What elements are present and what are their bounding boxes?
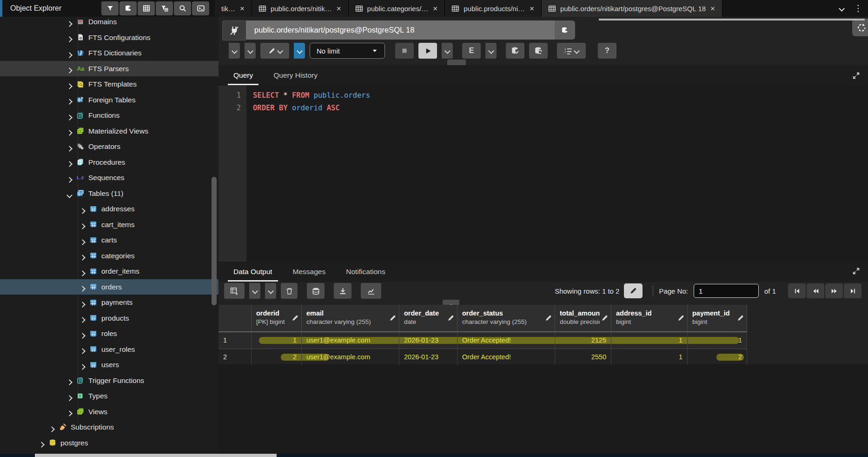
terminal-button[interactable] (192, 1, 209, 15)
column-header-address_id[interactable]: address_idbigint (611, 305, 688, 331)
cell-total_amount[interactable]: 2125 (555, 332, 611, 349)
close-icon[interactable]: × (239, 5, 245, 13)
cell-order_status[interactable]: Order Accepted! (457, 349, 555, 365)
cell-orderid[interactable]: 2 (252, 349, 302, 365)
cancel-query-button[interactable] (395, 43, 414, 59)
close-icon[interactable]: × (529, 5, 535, 13)
tree-item-tables-11-[interactable]: Tables (11) (0, 186, 219, 202)
help-button[interactable]: ? (598, 43, 616, 59)
chevron-right-icon[interactable] (67, 128, 72, 137)
sql-editor[interactable]: 1SELECT * FROM public.orders2ORDER BY or… (219, 86, 868, 262)
browser-tab-1[interactable]: public.orders/nitik…× (252, 0, 349, 17)
chevron-right-icon[interactable] (67, 20, 72, 28)
chevron-right-icon[interactable] (67, 51, 72, 59)
chevron-right-icon[interactable] (80, 331, 85, 340)
close-icon[interactable]: × (432, 5, 438, 13)
save-results-to-file-button[interactable] (334, 283, 351, 299)
tree-item-subscriptions[interactable]: Subscriptions (0, 419, 219, 435)
tab-query-history[interactable]: Query History (268, 65, 323, 86)
edit-options-button[interactable] (260, 43, 289, 59)
table-row-2[interactable]: 22user1@example.com2026-01-23Order Accep… (219, 349, 747, 366)
cell-order_date[interactable]: 2026-01-23 (399, 349, 457, 365)
chevron-right-icon[interactable] (80, 300, 85, 309)
explain-button[interactable]: E (462, 43, 481, 59)
cell-order_date[interactable]: 2026-01-23 (399, 332, 457, 349)
last-page-button[interactable] (844, 283, 861, 298)
chevron-right-icon[interactable] (80, 347, 85, 355)
browser-tab-4[interactable]: public.orders/nitikart/postgres@PostgreS… (542, 0, 722, 17)
column-header-order_date[interactable]: order_datedate (399, 305, 457, 331)
chevron-right-icon[interactable] (67, 113, 72, 121)
chevron-right-icon[interactable] (80, 269, 85, 277)
tree-item-fts-configurations[interactable]: FTS Configurations (0, 30, 219, 46)
cell-order_status[interactable]: Order Accepted! (457, 332, 555, 349)
cell-payment_id[interactable]: 2 (688, 349, 747, 365)
query-panel-expand-button[interactable] (850, 70, 861, 81)
browser-tab-0[interactable]: tik…× (215, 0, 252, 17)
tree-item-operators[interactable]: Operators (0, 139, 219, 155)
open-file-options-button[interactable] (229, 43, 240, 59)
tree-item-carts[interactable]: carts (0, 232, 219, 248)
add-row-button[interactable] (224, 283, 245, 299)
tree-item-order-items[interactable]: order_items (0, 263, 219, 279)
browser-tab-2[interactable]: public.categories/…× (349, 0, 445, 17)
sidebar-scrollbar-thumb[interactable] (212, 177, 217, 305)
tree-item-types[interactable]: TTypes (0, 388, 219, 404)
tab-data-output[interactable]: Data Output (228, 262, 278, 282)
grid-button[interactable] (138, 1, 155, 15)
tree-item-users[interactable]: users (0, 357, 219, 373)
column-header-email[interactable]: emailcharacter varying (255) (302, 305, 399, 331)
tree-item-payments[interactable]: payments (0, 295, 219, 310)
tree-item-sequences[interactable]: 1..3Sequences (0, 170, 219, 186)
prev-page-button[interactable] (807, 283, 824, 298)
pencil-icon[interactable] (736, 314, 744, 322)
tree-item-cart-items[interactable]: cart_items (0, 217, 219, 233)
db-sync-button[interactable] (119, 1, 137, 15)
column-header-payment_id[interactable]: payment_idbigint (688, 305, 747, 331)
chevron-right-icon[interactable] (80, 316, 85, 324)
chevron-right-icon[interactable] (67, 35, 72, 43)
tab-list-chevron-button[interactable] (835, 3, 848, 14)
browser-tab-3[interactable]: public.products/ni…× (445, 0, 542, 17)
graph-visualiser-button[interactable] (361, 283, 381, 299)
tree-item-user-roles[interactable]: user_roles (0, 342, 219, 357)
paste-options-button[interactable] (265, 283, 276, 299)
chevron-right-icon[interactable] (80, 222, 85, 230)
commit-button[interactable] (506, 43, 524, 59)
chevron-right-icon[interactable] (80, 363, 85, 371)
grid-corner-cell[interactable] (219, 305, 252, 331)
results-panel-expand-button[interactable] (850, 265, 861, 276)
table-row-1[interactable]: 11user1@example.com2026-01-23Order Accep… (219, 332, 747, 349)
cell-address_id[interactable]: 1 (611, 332, 688, 349)
chevron-right-icon[interactable] (40, 440, 44, 449)
tree-item-roles[interactable]: roles (0, 326, 219, 342)
tree-item-fts-dictionaries[interactable]: FTS Dictionaries (0, 45, 219, 61)
execute-options-chevron-button[interactable] (442, 43, 453, 59)
tree-item-products[interactable]: products (0, 310, 219, 326)
column-header-orderid[interactable]: orderid[PK] bigint (252, 305, 302, 331)
chevron-right-icon[interactable] (80, 238, 85, 246)
tree-item-orders[interactable]: orders (0, 279, 219, 295)
column-header-order_status[interactable]: order_statuscharacter varying (255) (457, 305, 555, 331)
lock-layout-button[interactable] (852, 19, 868, 36)
row-number-cell[interactable]: 1 (219, 332, 252, 349)
chevron-right-icon[interactable] (80, 284, 85, 293)
tab-query[interactable]: Query (228, 65, 258, 86)
cell-total_amount[interactable]: 2550 (555, 349, 611, 365)
close-icon[interactable]: × (336, 5, 342, 13)
tree-item-materialized-views[interactable]: Materialized Views (0, 123, 219, 139)
tab-bar-scrollbar[interactable] (599, 19, 865, 20)
tree-item-fts-parsers[interactable]: AaFTS Parsers (0, 61, 219, 77)
chevron-right-icon[interactable] (67, 160, 72, 168)
rollback-button[interactable] (529, 43, 548, 59)
tab-messages[interactable]: Messages (287, 262, 331, 282)
cell-orderid[interactable]: 1 (252, 332, 302, 349)
cell-address_id[interactable]: 1 (611, 349, 688, 365)
connection-status-button[interactable] (222, 20, 246, 40)
pencil-icon[interactable] (544, 314, 552, 322)
tree-item-views[interactable]: Views (0, 404, 219, 420)
chevron-right-icon[interactable] (80, 207, 85, 215)
macros-button[interactable]: 12 (557, 43, 586, 59)
execute-button[interactable] (418, 43, 437, 59)
cell-payment_id[interactable]: 1 (688, 332, 747, 349)
